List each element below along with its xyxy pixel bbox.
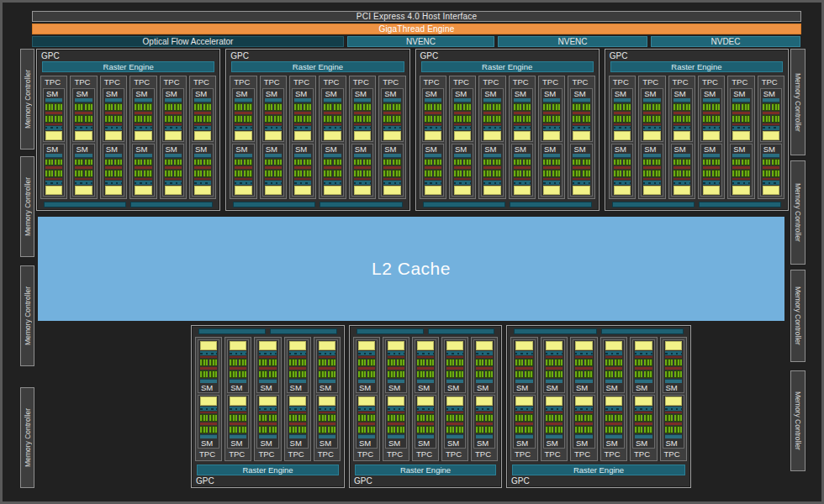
sm-core-grid (425, 115, 441, 123)
tpc-label: TPC (261, 77, 285, 87)
sm-core-grid (546, 414, 563, 422)
sm-divider-bar-thin (259, 356, 276, 358)
sm-divider-bar-thin (543, 178, 560, 180)
sm-block: SM (641, 88, 663, 142)
sm-dashed-bar (265, 181, 282, 185)
core-stripe-block (623, 103, 631, 111)
sm-core-grid (763, 159, 779, 166)
tpc-block: TPCSMSM (609, 76, 636, 199)
raster-engine-bar: Raster Engine (42, 61, 214, 72)
core-stripe-block (230, 414, 237, 422)
core-stripe-block (514, 103, 521, 111)
sm-block: SM (316, 339, 338, 393)
sm-header-bar (643, 98, 660, 102)
sm-dashed-bar (703, 126, 720, 130)
sm-dashed-bar (358, 351, 375, 355)
sm-core-grid (703, 103, 720, 111)
core-stripe-block (615, 426, 622, 433)
sm-divider-bar (294, 166, 311, 169)
memory-controller-block: Memory Controller (20, 156, 34, 257)
core-stripe-block (573, 115, 580, 123)
core-stripe-block (635, 426, 642, 433)
tpc-label: TPC (320, 77, 344, 87)
sm-divider-bar-thin (235, 123, 251, 125)
sm-core-grid (358, 370, 375, 378)
sm-header-bar (573, 98, 589, 102)
rop-bar-row (423, 202, 592, 207)
core-stripe-block (732, 103, 740, 111)
core-stripe-block (575, 426, 583, 433)
rop-bar-row (233, 202, 402, 207)
core-stripe-block (194, 103, 202, 111)
core-stripe-block (328, 426, 335, 433)
sm-divider-bar-thin (635, 356, 652, 358)
sm-divider-bar-thin (605, 412, 623, 413)
core-stripe-block (388, 414, 395, 422)
sm-label: SM (541, 144, 562, 154)
sm-cache-block (230, 341, 246, 350)
core-stripe-block (683, 159, 690, 166)
sm-core-grid (165, 115, 182, 123)
sm-divider-bar-thin (289, 412, 306, 413)
tpc-block: SMSMTPC (383, 337, 409, 461)
core-stripe-block (324, 159, 331, 166)
sm-label: SM (317, 383, 337, 392)
sm-cache-block (673, 131, 690, 140)
sm-cache-block (454, 131, 471, 140)
core-stripe-block (454, 159, 462, 166)
sm-core-grid (194, 170, 211, 177)
tpc-label: TPC (161, 77, 185, 87)
sm-cache-block (200, 341, 217, 350)
tpc-block: TPCSMSM (758, 76, 784, 199)
sm-cache-block (194, 186, 211, 195)
tpc-row: TPCSMSMTPCSMSMTPCSMSMTPCSMSMTPCSMSMTPCSM… (420, 76, 595, 199)
tpc-block: SMSMTPC (510, 337, 538, 461)
sm-label: SM (357, 438, 377, 448)
core-stripe-block (354, 170, 362, 177)
sm-core-grid (358, 359, 375, 366)
core-stripe-block (703, 103, 710, 111)
core-stripe-block (652, 103, 660, 111)
sm-divider-bar-thin (319, 356, 335, 358)
sm-header-bar (354, 98, 371, 102)
raster-engine-bar: Raster Engine (231, 61, 404, 72)
sm-label: SM (288, 383, 308, 392)
sm-dashed-bar (324, 181, 341, 185)
core-stripe-block (493, 103, 500, 111)
sm-dashed-bar (643, 181, 660, 185)
sm-dashed-bar (388, 407, 404, 411)
sm-divider-bar (354, 166, 371, 169)
sm-core-grid (289, 359, 306, 366)
sm-core-grid (200, 426, 217, 433)
sm-core-grid (454, 170, 471, 177)
sm-block: SM (321, 144, 343, 197)
sm-block: SM (452, 88, 473, 142)
core-stripe-block (515, 414, 523, 422)
sm-divider-bar-thin (324, 123, 341, 125)
core-stripe-block (683, 115, 690, 123)
tpc-block: TPCSMSM (189, 76, 216, 199)
sm-divider-bar (75, 112, 92, 114)
sm-header-bar (265, 98, 282, 102)
core-stripe-block (772, 170, 779, 177)
rop-bar (130, 202, 213, 207)
tpc-label: TPC (510, 77, 534, 87)
sm-cache-block (514, 186, 531, 195)
sm-block: SM (415, 395, 436, 449)
sm-cache-block (575, 396, 593, 406)
sm-divider-bar (763, 112, 779, 114)
sm-dashed-bar (605, 407, 623, 411)
sm-label: SM (198, 438, 219, 448)
core-stripe-block (45, 159, 53, 166)
sm-core-grid (446, 426, 463, 433)
sm-core-grid (165, 170, 182, 177)
sm-core-grid (476, 370, 493, 378)
core-stripe-block (393, 103, 400, 111)
core-stripe-block (367, 359, 375, 366)
core-stripe-block (135, 115, 142, 123)
tpc-block: TPCSMSM (478, 76, 505, 199)
sm-dashed-bar (425, 126, 441, 130)
tpc-block: SMSMTPC (630, 337, 658, 461)
core-stripe-block (135, 103, 142, 111)
core-stripe-block (454, 115, 462, 123)
